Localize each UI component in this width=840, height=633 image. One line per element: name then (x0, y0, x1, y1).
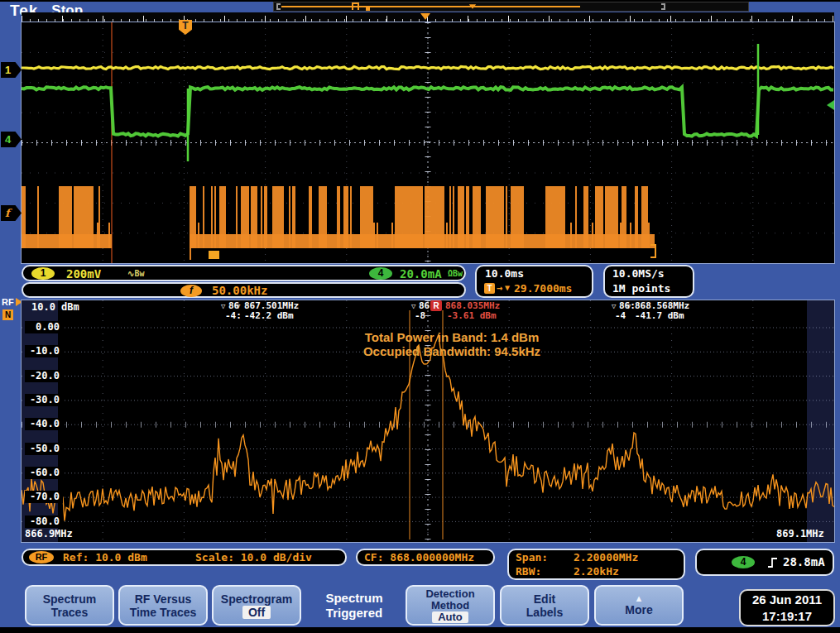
y-axis-label: -50.0 (25, 443, 63, 455)
y-axis-label: -70.0 (25, 491, 63, 503)
acquisition-overview-bar (273, 2, 749, 12)
ch1-tag[interactable]: 1 (1, 62, 22, 78)
rf-badge: RF (29, 551, 54, 563)
record-bracket-right-icon (661, 3, 665, 10)
y-axis-label: -30.0 (25, 394, 63, 406)
y-axis-label: -40.0 (25, 418, 63, 430)
occupied-bandwidth-readout: Occupied Bandwidth: 94.5kHz (245, 344, 659, 358)
button-label: Labels (526, 606, 563, 619)
vertical-readout-box: 1 200mV ∿Bw 4 20.0mA ΩBw (22, 265, 466, 281)
time-traces-plot (22, 22, 834, 263)
trigger-position-icon (352, 2, 359, 10)
trigger-time: 29.7000ms (514, 282, 572, 295)
rf-badge-label: RF (2, 297, 14, 307)
more-up-icon: ▲ (635, 594, 644, 603)
y-axis-label: -80.0 (25, 516, 63, 528)
marker1-clipped-amp: -4: (225, 311, 242, 321)
button-label: Method (431, 600, 469, 611)
spectrum-triggered-label: Spectrum Triggered (309, 585, 400, 626)
button-label: Traces (51, 606, 88, 619)
bottom-strip (0, 627, 840, 633)
record-bracket-left-icon (276, 3, 281, 10)
rf-amplitude-tag[interactable]: f (1, 205, 22, 221)
rbw-value: 2.20kHz (574, 565, 619, 578)
span-label: Span: (516, 551, 548, 563)
ch4-coupling-icons: ΩBw (448, 269, 463, 278)
ch1-coupling-icons: ∿Bw (127, 269, 144, 278)
trigger-tri-icon: ▼ (505, 283, 510, 292)
rf-vertical-readout-box: RF Ref: 10.0 dBm Scale: 10.0 dB/div (22, 549, 347, 566)
trigger-level-value: 28.8mA (783, 555, 825, 568)
button-value: Off (242, 606, 271, 619)
acquisition-readout-box: 10.0MS/s 1M points (603, 265, 694, 298)
rf-ref-level: Ref: 10.0 dBm (63, 551, 147, 563)
marker-square-icon (366, 7, 370, 11)
button-label: Time Traces (130, 606, 197, 619)
span-rbw-box: Span: 2.20000MHz RBW: 2.20kHz (507, 549, 685, 580)
trigger-readout-box: 4 28.8mA (695, 549, 834, 576)
trigger-arrow-icon: → (497, 282, 502, 294)
more-button[interactable]: ▲ More (594, 585, 684, 626)
reference-marker-icon: R (430, 300, 442, 311)
trigger-t-icon: T (484, 283, 495, 294)
ch4-scale: 20.0mA (400, 267, 442, 281)
y-axis-label: -20.0 (25, 370, 63, 382)
ch1-scale: 200mV (66, 267, 101, 281)
button-label: Edit (534, 592, 555, 606)
horizontal-readout-box: 10.0ms T → ▼ 29.7000ms (475, 265, 593, 298)
rising-edge-icon (766, 556, 780, 569)
date-label: 26 Jun 2011 (741, 592, 833, 608)
detection-method-button[interactable]: Detection Method Auto (406, 585, 495, 626)
status-line: Triggered (309, 606, 400, 621)
center-frequency: CF: 868.000000MHz (364, 551, 474, 563)
button-label: RF Versus (135, 592, 191, 606)
rf-freq-readout-box: f 50.00kHz (22, 282, 466, 298)
spectrogram-button[interactable]: Spectrogram Off (212, 585, 301, 626)
normal-trace-badge: N (2, 309, 13, 320)
marker-triangle-icon: ▽ (626, 301, 631, 311)
ch4-tag[interactable]: 4 (1, 132, 22, 147)
spectrum-traces-button[interactable]: Spectrum Traces (25, 585, 114, 626)
status-line: Spectrum (309, 591, 400, 606)
stop-frequency-label: 869.1MHz (776, 528, 824, 539)
y-axis-label: 0.00 (25, 321, 63, 333)
marker2-clipped-amp: -8 (415, 311, 425, 321)
horizontal-scale: 10.0ms (485, 267, 524, 280)
rf-scale: Scale: 10.0 dB/div (195, 551, 312, 563)
y-axis-label: -10.0 (25, 345, 63, 357)
rf-f-badge: f (180, 285, 202, 297)
sample-rate: 10.0MS/s (612, 267, 665, 280)
rf-versus-time-button[interactable]: RF Versus Time Traces (118, 585, 208, 626)
total-power-readout: Total Power in Band: 1.4 dBm (245, 330, 659, 344)
marker2-amp: -3.61 dBm (447, 311, 497, 321)
time-label: 17:19:17 (741, 608, 833, 625)
center-frequency-box: CF: 868.000000MHz (356, 549, 495, 566)
ch1-badge: 1 (31, 267, 55, 280)
edit-labels-button[interactable]: Edit Labels (500, 585, 589, 626)
marker3-amp: -41.7 dBm (635, 311, 684, 321)
button-label: Detection (425, 588, 474, 600)
marker3-clipped-amp: -4 (615, 311, 626, 321)
trigger-source-badge: 4 (732, 556, 755, 568)
record-range-line (281, 6, 580, 7)
ch4-badge: 4 (369, 267, 392, 280)
ch4-level-arrow-icon (827, 100, 834, 110)
oscilloscope-screen: Tek Stop T 1 4 f 1 200mV ∿Bw 4 20.0mA ΩB… (0, 0, 840, 633)
datetime-display: 26 Jun 2011 17:19:17 (739, 589, 835, 626)
span-value: 2.20000MHz (574, 551, 638, 563)
rbw-label: RBW: (516, 565, 541, 578)
rf-frequency-value: 50.00kHz (212, 284, 267, 297)
rf-channel-badge[interactable]: RF (2, 297, 23, 309)
button-label: More (625, 603, 652, 616)
record-length: 1M points (612, 282, 670, 295)
burst-end-bracket-icon (650, 244, 656, 258)
spectrum-graticule: 10.0 dBm 0.00 -10.0 -20.0 -30.0 -40.0 -5… (22, 300, 834, 542)
button-label: Spectrogram (221, 592, 292, 606)
y-axis-label: -60.0 (25, 467, 63, 479)
start-frequency-label: 866.9MHz (25, 528, 73, 539)
marker1-amp: -42.2 dBm (244, 311, 294, 321)
search-mark-square-icon (209, 251, 219, 259)
button-label: Spectrum (43, 592, 97, 606)
button-value: Auto (432, 611, 468, 623)
time-domain-graticule: T (22, 22, 834, 263)
